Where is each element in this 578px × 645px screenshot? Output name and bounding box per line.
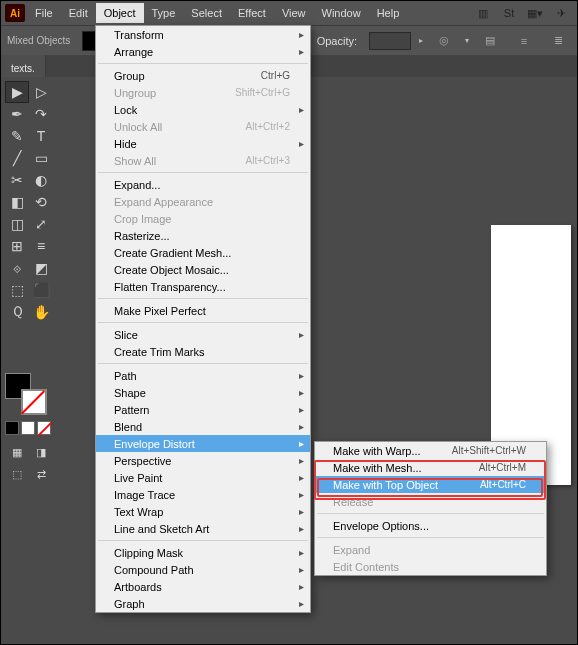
- tool-4[interactable]: ✎: [5, 125, 29, 147]
- menu-item-label: Create Gradient Mesh...: [114, 247, 290, 259]
- object-item-slice[interactable]: Slice: [96, 326, 310, 343]
- tool-14[interactable]: ⊞: [5, 235, 29, 257]
- object-item-clipping-mask[interactable]: Clipping Mask: [96, 544, 310, 561]
- tool-2[interactable]: ✒: [5, 103, 29, 125]
- envelope-item-make-with-warp[interactable]: Make with Warp...Alt+Shift+Ctrl+W: [315, 442, 546, 459]
- tool-20[interactable]: Ｑ: [5, 301, 29, 323]
- tool-10[interactable]: ◧: [5, 191, 29, 213]
- menu-object[interactable]: Object: [96, 3, 144, 23]
- object-item-compound-path[interactable]: Compound Path: [96, 561, 310, 578]
- object-item-image-trace[interactable]: Image Trace: [96, 486, 310, 503]
- menu-type[interactable]: Type: [144, 3, 184, 23]
- menu-item-label: Perspective: [114, 455, 290, 467]
- object-item-flatten-transparency[interactable]: Flatten Transparency...: [96, 278, 310, 295]
- swatch-gradient[interactable]: [21, 421, 35, 435]
- distribute2-icon[interactable]: ≣: [545, 30, 571, 52]
- object-item-text-wrap[interactable]: Text Wrap: [96, 503, 310, 520]
- envelope-item-edit-contents: Edit Contents: [315, 558, 546, 575]
- tool-17[interactable]: ◩: [29, 257, 53, 279]
- menu-select[interactable]: Select: [183, 3, 230, 23]
- object-item-rasterize[interactable]: Rasterize...: [96, 227, 310, 244]
- send-icon[interactable]: ✈: [549, 4, 573, 22]
- envelope-item-make-with-mesh[interactable]: Make with Mesh...Alt+Ctrl+M: [315, 459, 546, 476]
- tool-3[interactable]: ↷: [29, 103, 53, 125]
- object-item-envelope-distort[interactable]: Envelope Distort: [96, 435, 310, 452]
- envelope-item-envelope-options[interactable]: Envelope Options...: [315, 517, 546, 534]
- tool-19[interactable]: ⬛: [29, 279, 53, 301]
- tool-21[interactable]: ✋: [29, 301, 53, 323]
- tool-12[interactable]: ◫: [5, 213, 29, 235]
- menu-help[interactable]: Help: [369, 3, 408, 23]
- object-item-line-and-sketch-art[interactable]: Line and Sketch Art: [96, 520, 310, 537]
- object-item-blend[interactable]: Blend: [96, 418, 310, 435]
- menu-item-label: Text Wrap: [114, 506, 290, 518]
- document-tab[interactable]: texts.: [1, 55, 46, 77]
- menu-item-label: Edit Contents: [333, 561, 526, 573]
- tool-1[interactable]: ▷: [29, 81, 53, 103]
- tool-0[interactable]: ▶: [5, 81, 29, 103]
- tool-13[interactable]: ⤢: [29, 213, 53, 235]
- object-separator: [98, 363, 308, 364]
- object-item-transform[interactable]: Transform: [96, 26, 310, 43]
- menu-item-label: Make with Warp...: [333, 445, 452, 457]
- tool-6[interactable]: ╱: [5, 147, 29, 169]
- object-item-lock[interactable]: Lock: [96, 101, 310, 118]
- style-icon[interactable]: ◎: [431, 30, 457, 52]
- object-item-pattern[interactable]: Pattern: [96, 401, 310, 418]
- tool-bottom-1[interactable]: ◨: [29, 441, 53, 463]
- menu-item-label: Compound Path: [114, 564, 290, 576]
- menu-item-label: Clipping Mask: [114, 547, 290, 559]
- envelope-distort-submenu: Make with Warp...Alt+Shift+Ctrl+WMake wi…: [314, 441, 547, 576]
- envelope-item-make-with-top-object[interactable]: Make with Top ObjectAlt+Ctrl+C: [315, 476, 546, 493]
- menu-item-label: Arrange: [114, 46, 290, 58]
- menu-item-label: Make Pixel Perfect: [114, 305, 290, 317]
- layout-icon[interactable]: ▦▾: [523, 4, 547, 22]
- object-item-create-gradient-mesh[interactable]: Create Gradient Mesh...: [96, 244, 310, 261]
- tool-8[interactable]: ✂: [5, 169, 29, 191]
- style-caret[interactable]: ▾: [465, 36, 469, 45]
- object-item-hide[interactable]: Hide: [96, 135, 310, 152]
- tool-bottom-3[interactable]: ⇄: [29, 463, 53, 485]
- tool-bottom-2[interactable]: ⬚: [5, 463, 29, 485]
- object-item-artboards[interactable]: Artboards: [96, 578, 310, 595]
- tools-panel: ▶▷✒↷✎T╱▭✂◐◧⟲◫⤢⊞≡⟐◩⬚⬛Ｑ✋: [5, 81, 53, 323]
- tool-7[interactable]: ▭: [29, 147, 53, 169]
- object-separator: [98, 540, 308, 541]
- menu-file[interactable]: File: [27, 3, 61, 23]
- tool-15[interactable]: ≡: [29, 235, 53, 257]
- object-item-expand[interactable]: Expand...: [96, 176, 310, 193]
- menu-edit[interactable]: Edit: [61, 3, 96, 23]
- object-item-arrange[interactable]: Arrange: [96, 43, 310, 60]
- docs-icon[interactable]: ▥: [471, 4, 495, 22]
- opacity-field[interactable]: [369, 32, 411, 50]
- swatch-none[interactable]: [37, 421, 51, 435]
- object-item-shape[interactable]: Shape: [96, 384, 310, 401]
- stroke-box[interactable]: [21, 389, 47, 415]
- tool-9[interactable]: ◐: [29, 169, 53, 191]
- object-item-graph[interactable]: Graph: [96, 595, 310, 612]
- tool-16[interactable]: ⟐: [5, 257, 29, 279]
- stock-icon[interactable]: St: [497, 4, 521, 22]
- tool-11[interactable]: ⟲: [29, 191, 53, 213]
- menu-window[interactable]: Window: [314, 3, 369, 23]
- swatch-color[interactable]: [5, 421, 19, 435]
- object-item-create-object-mosaic[interactable]: Create Object Mosaic...: [96, 261, 310, 278]
- object-item-perspective[interactable]: Perspective: [96, 452, 310, 469]
- object-item-create-trim-marks[interactable]: Create Trim Marks: [96, 343, 310, 360]
- tool-5[interactable]: T: [29, 125, 53, 147]
- menu-effect[interactable]: Effect: [230, 3, 274, 23]
- tool-18[interactable]: ⬚: [5, 279, 29, 301]
- opacity-caret[interactable]: ▸: [419, 36, 423, 45]
- menu-item-label: Graph: [114, 598, 290, 610]
- menu-view[interactable]: View: [274, 3, 314, 23]
- object-item-group[interactable]: GroupCtrl+G: [96, 67, 310, 84]
- object-separator: [98, 172, 308, 173]
- align-icon[interactable]: ▤: [477, 30, 503, 52]
- tool-bottom-0[interactable]: ▦: [5, 441, 29, 463]
- object-separator: [98, 298, 308, 299]
- object-item-path[interactable]: Path: [96, 367, 310, 384]
- envelope-item-expand: Expand: [315, 541, 546, 558]
- object-item-live-paint[interactable]: Live Paint: [96, 469, 310, 486]
- distribute1-icon[interactable]: ≡: [511, 30, 537, 52]
- object-item-make-pixel-perfect[interactable]: Make Pixel Perfect: [96, 302, 310, 319]
